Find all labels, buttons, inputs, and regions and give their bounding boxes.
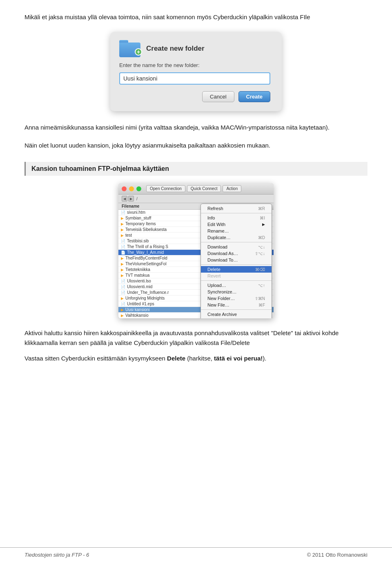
folder-icon: ▶ (121, 308, 124, 312)
tab-open-connection[interactable]: Open Connection (146, 185, 185, 192)
ctx-download-to[interactable]: Download To… (201, 257, 272, 263)
plus-icon: + (135, 48, 142, 56)
ftp-toolbar-tabs: Open Connection Quick Connect Action (146, 185, 241, 192)
ctx-download[interactable]: Download⌥↓ (201, 244, 272, 250)
ftp-window: Open Connection Quick Connect Action ◀ ▶… (118, 183, 274, 318)
ctx-info[interactable]: Info⌘I (201, 215, 272, 221)
folder-icon: ▶ (121, 268, 124, 272)
ctx-download-as[interactable]: Download As…⇧⌥↓ (201, 250, 272, 257)
ctx-revert: Revert (201, 273, 272, 279)
intro-text: Mikäli et jaksa muistaa yllä olevaa toim… (24, 12, 368, 22)
ctx-separator (201, 213, 272, 213)
footer: Tiedostojen siirto ja FTP - 6 © 2011 Ott… (0, 547, 392, 562)
after-dialog-text: Anna nimeämisikkunassa kansiollesi nimi … (24, 123, 368, 132)
create-button[interactable]: Create (238, 91, 270, 102)
footer-copyright: © 2011 Otto Romanowski (307, 552, 368, 558)
page-content: Mikäli et jaksa muistaa yllä olevaa toim… (0, 0, 392, 402)
tab-quick-connect[interactable]: Quick Connect (187, 185, 221, 192)
delete-bold: Delete (167, 355, 185, 362)
file-icon: 📄 (121, 210, 125, 215)
ctx-separator (201, 242, 272, 242)
ftp-nav-arrows: ◀ ▶ (122, 196, 134, 202)
file-icon: 📄 (121, 245, 125, 249)
dialog-buttons: Cancel Create (119, 91, 270, 102)
dialog-image-container: + Create new folder Enter the name for t… (24, 32, 368, 111)
folder-icon: ▶ (121, 222, 124, 226)
ctx-separator (201, 309, 272, 310)
ctx-duplicate[interactable]: Duplicate…⌘D (201, 234, 272, 241)
back-arrow-icon[interactable]: ◀ (122, 196, 127, 202)
ctx-refresh[interactable]: Refresh⌘R (201, 205, 272, 212)
bottom-text-2-end: (harkitse, (185, 355, 214, 362)
section-heading: Kansion tuhoaminen FTP-ohjelmaa käyttäen (24, 162, 368, 176)
ftp-nav-bar: ◀ ▶ / (118, 195, 274, 203)
folder-icon: ▶ (121, 313, 124, 318)
folder-icon: ▶ (121, 296, 124, 300)
ctx-delete[interactable]: Delete⌘⌫ (201, 266, 272, 273)
forward-arrow-icon[interactable]: ▶ (128, 196, 134, 202)
ctx-new-file[interactable]: New File…⌘F (201, 302, 272, 308)
ftp-toolbar: Open Connection Quick Connect Action (118, 183, 274, 195)
ctx-separator (201, 264, 272, 265)
file-icon: 📄 (121, 302, 125, 306)
ctx-synchronize[interactable]: Synchronize… (201, 289, 272, 295)
bottom-text-1: Aktivoi haluttu kansio hiiren kakkospain… (24, 328, 368, 348)
after-dialog-text2: Näin olet luonut uuden kansion, joka löy… (24, 141, 368, 150)
ctx-create-archive[interactable]: Create Archive (201, 311, 272, 318)
path-text: / (136, 197, 138, 201)
cancel-button[interactable]: Cancel (202, 91, 234, 102)
file-icon: 📄 (121, 239, 125, 243)
create-folder-dialog: + Create new folder Enter the name for t… (110, 32, 282, 111)
ctx-new-folder[interactable]: New Folder…⇧⌘N (201, 295, 272, 302)
folder-icon: ▶ (121, 216, 124, 220)
maximize-button-icon[interactable] (136, 186, 141, 191)
folder-icon: + (119, 40, 140, 57)
folder-icon: ▶ (121, 233, 124, 237)
file-icon: 📄 (121, 291, 125, 295)
dialog-title: Create new folder (146, 45, 205, 53)
context-menu: Refresh⌘R Info⌘I Edit With▶ Rename… Dupl… (200, 204, 272, 318)
file-icon: 📄 (121, 251, 125, 255)
folder-icon: ▶ (121, 262, 124, 266)
folder-icon: ▶ (121, 273, 124, 278)
ctx-expand-archive: Expand Archive (201, 318, 272, 318)
ctx-edit-with[interactable]: Edit With▶ (201, 221, 272, 228)
folder-icon: ▶ (121, 228, 124, 232)
folder-name-input[interactable] (119, 72, 270, 85)
tab-action[interactable]: Action (223, 185, 241, 192)
bottom-text-2-close: ). (263, 355, 266, 362)
file-icon: 📄 (121, 285, 125, 289)
dialog-label: Enter the name for the new folder: (119, 62, 270, 68)
footer-title: Tiedostojen siirto ja FTP - 6 (24, 552, 89, 558)
file-icon: 📄 (121, 279, 125, 283)
close-button-icon[interactable] (122, 186, 127, 191)
bottom-text-2: Vastaa sitten Cyberduckin esittämään kys… (24, 354, 368, 363)
minimize-button-icon[interactable] (129, 186, 134, 191)
ctx-separator (201, 280, 272, 281)
bottom-text-2-start: Vastaa sitten Cyberduckin esittämään kys… (24, 355, 167, 362)
ctx-rename[interactable]: Rename… (201, 228, 272, 234)
no-undo-bold: tätä ei voi perua! (214, 355, 263, 362)
ctx-upload[interactable]: Upload…⌥↑ (201, 282, 272, 289)
ftp-screenshot-container: Open Connection Quick Connect Action ◀ ▶… (24, 183, 368, 318)
dialog-title-row: + Create new folder (119, 40, 270, 57)
folder-icon: ▶ (121, 256, 124, 260)
